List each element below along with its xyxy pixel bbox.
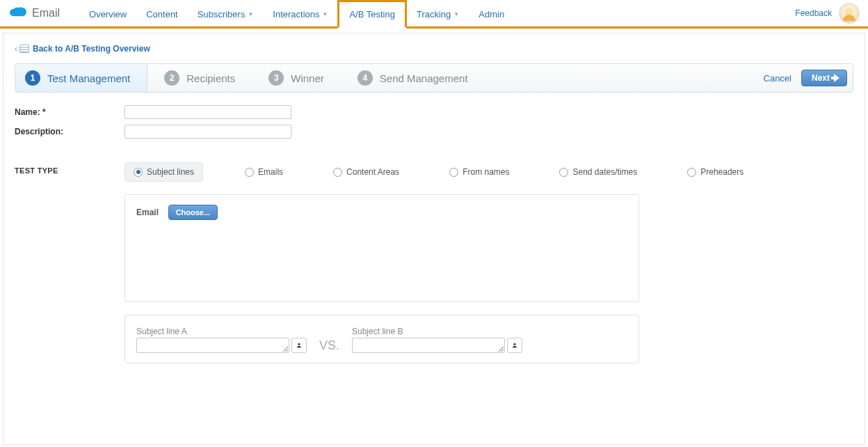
salesforce-cloud-icon [8,6,28,20]
step-number-4: 4 [357,70,373,86]
step-label-4: Send Management [380,72,468,84]
subject-a-column: Subject line A [136,327,307,353]
radio-from-names-label: From names [463,167,509,177]
subject-a-input[interactable] [136,338,289,353]
radio-icon [449,168,458,177]
nav-interactions[interactable]: Interactions ▼ [263,0,337,29]
radio-content-areas[interactable]: Content Areas [325,163,408,181]
radio-subject-lines[interactable]: Subject lines [124,162,203,182]
next-button[interactable]: Next [801,70,847,86]
wizard-step-recipients[interactable]: 2 Recipients [147,64,252,92]
back-to-overview-link[interactable]: ‹ Back to A/B Testing Overview [15,44,150,54]
wizard-step-send-management[interactable]: 4 Send Management [341,64,485,92]
subject-b-label: Subject line B [352,327,522,336]
nav-ab-testing[interactable]: A/B Testing [337,0,407,29]
description-row: Description: [15,125,853,139]
step-label-2: Recipients [186,72,235,84]
test-type-label: TEST TYPE [15,162,124,182]
radio-icon [333,168,342,177]
back-label: Back to A/B Testing Overview [33,44,150,54]
primary-nav: Overview Content Subscribers ▼ Interacti… [79,0,514,26]
radio-emails-label: Emails [258,167,283,177]
radio-content-areas-label: Content Areas [346,167,399,177]
svg-point-1 [513,343,515,345]
arrow-right-icon [834,74,839,82]
caret-down-icon: ▼ [248,11,253,17]
person-icon [296,341,302,350]
name-label: Name: * [15,107,124,117]
email-select-panel: Email Choose... [124,194,639,302]
step-number-2: 2 [164,70,179,86]
description-label: Description: [15,127,124,136]
subject-a-personalize-button[interactable] [291,338,307,353]
caret-down-icon: ▼ [453,11,459,17]
email-label: Email [136,207,159,217]
nav-subscribers-label: Subscribers [198,9,246,19]
nav-content[interactable]: Content [136,0,188,29]
radio-preheaders-label: Preheaders [700,167,744,177]
subject-lines-panel: Subject line A VS. Subject line B [124,315,639,363]
caret-down-icon: ▼ [323,11,328,17]
radio-send-dates-times-label: Send dates/times [572,167,637,177]
radio-icon [687,168,696,177]
subject-b-personalize-button[interactable] [507,338,522,353]
radio-emails[interactable]: Emails [236,163,291,181]
nav-overview[interactable]: Overview [79,0,136,29]
radio-icon [559,168,568,177]
nav-interactions-label: Interactions [273,9,319,19]
test-type-row: TEST TYPE Subject lines Emails Content A… [15,162,853,182]
wizard-bar: 1 Test Management 2 Recipients 3 Winner … [15,63,853,93]
app-title: Email [32,7,60,19]
chevron-left-icon: ‹ [15,44,17,54]
top-nav-bar: Email Overview Content Subscribers ▼ Int… [0,0,868,29]
person-icon [512,341,517,350]
step-label-3: Winner [291,72,324,84]
vs-text: VS. [319,338,339,353]
step-number-1: 1 [25,70,40,86]
radio-send-dates-times[interactable]: Send dates/times [551,163,645,181]
svg-point-0 [298,343,300,345]
radio-preheaders[interactable]: Preheaders [679,163,752,181]
avatar[interactable] [839,3,860,24]
choose-email-button[interactable]: Choose... [168,205,218,220]
subject-b-column: Subject line B [352,327,522,353]
test-type-options: Subject lines Emails Content Areas From … [124,162,752,182]
nav-tracking[interactable]: Tracking ▼ [407,0,469,29]
wizard-step-winner[interactable]: 3 Winner [252,64,341,92]
step-number-3: 3 [268,70,284,86]
nav-tracking-label: Tracking [417,9,451,19]
list-icon [19,45,29,53]
subject-b-input[interactable] [352,338,505,353]
name-row: Name: * [15,105,853,119]
radio-from-names[interactable]: From names [441,163,517,181]
next-label: Next [812,73,830,83]
step-label-1: Test Management [47,72,130,84]
cancel-link[interactable]: Cancel [764,73,791,84]
subject-a-label: Subject line A [136,327,307,336]
feedback-link[interactable]: Feedback [795,8,832,18]
name-input[interactable] [124,105,291,119]
radio-icon [245,168,254,177]
radio-subject-lines-label: Subject lines [147,167,194,177]
main-content: ‹ Back to A/B Testing Overview 1 Test Ma… [3,33,865,445]
nav-subscribers[interactable]: Subscribers ▼ [188,0,264,29]
description-input[interactable] [124,125,291,139]
wizard-step-test-management[interactable]: 1 Test Management [15,64,147,92]
radio-icon [134,168,143,177]
nav-admin[interactable]: Admin [469,0,514,29]
